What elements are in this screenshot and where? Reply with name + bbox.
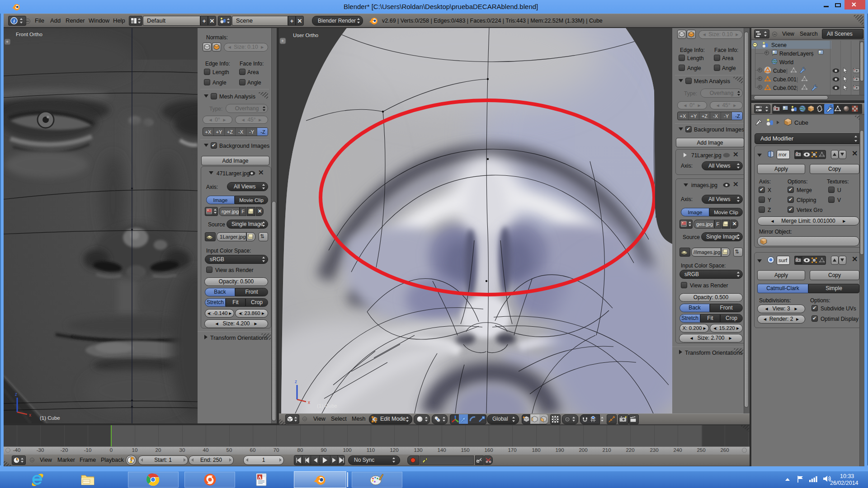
svg-text:Front Ortho: Front Ortho [16,32,42,37]
svg-text:(1) Cube: (1) Cube [40,415,60,421]
svg-text:x: x [308,400,310,405]
svg-text:x: x [29,413,31,418]
svg-text:z: z [295,379,297,384]
svg-text:+: + [6,39,9,44]
svg-text:A: A [258,474,262,480]
svg-text:+: + [281,38,284,43]
svg-text:(1) Cube: (1) Cube [317,403,337,408]
svg-text:z: z [15,392,17,397]
svg-text:User Ortho: User Ortho [293,33,318,38]
